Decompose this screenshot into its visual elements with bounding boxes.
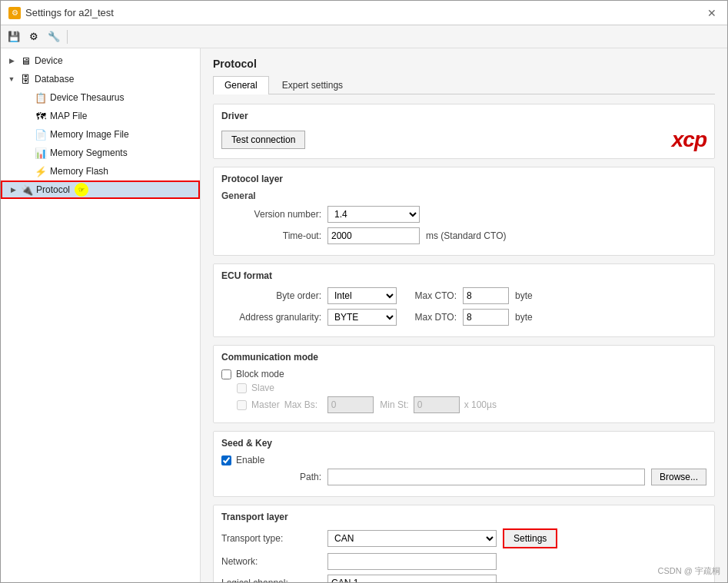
toolbar-tools-btn[interactable]: 🔧 (45, 28, 62, 45)
window-title: Settings for a2l_test (25, 7, 114, 18)
byte-order-select[interactable]: Intel Motorola (327, 287, 397, 304)
close-button[interactable]: ✕ (704, 5, 720, 21)
expand-arrow-device: ▶ (7, 56, 16, 65)
path-label: Path: (221, 472, 321, 482)
network-label: Network: (221, 556, 321, 567)
expand-arrow-protocol: ▶ (8, 185, 18, 194)
database-icon: 🗄 (19, 73, 32, 85)
timeout-row: Time-out: ms (Standard CTO) (221, 227, 706, 244)
max-dto-unit: byte (515, 312, 533, 323)
protocol-icon: 🔌 (21, 184, 33, 196)
slave-row: Slave (237, 383, 706, 393)
address-gran-row: Address granularity: BYTE WORD DWORD Max… (221, 309, 706, 326)
version-label: Version number: (221, 209, 321, 220)
sidebar-item-map-file[interactable]: 🗺 MAP File (1, 107, 200, 125)
seed-key-enable-label: Enable (236, 455, 264, 465)
protocol-general-sub-title: General (221, 190, 706, 201)
toolbar-save-btn[interactable]: 💾 (5, 28, 22, 45)
sidebar-item-device-thesaurus[interactable]: 📋 Device Thesaurus (1, 88, 200, 107)
enable-row: Enable (221, 455, 706, 465)
path-input[interactable] (327, 469, 645, 485)
version-select[interactable]: 1.4 1.3 1.2 1.1 1.0 (327, 206, 420, 223)
logical-channel-row: Logical channel: (221, 575, 706, 582)
xcp-c: c (683, 128, 694, 151)
max-cto-label: Max CTO: (403, 290, 457, 301)
network-input[interactable] (327, 553, 497, 570)
max-dto-input[interactable] (463, 309, 509, 326)
title-bar-left: ⚙ Settings for a2l_test (8, 7, 114, 19)
tab-expert-settings[interactable]: Expert settings (271, 76, 354, 94)
sidebar-item-memory-image-file[interactable]: 📄 Memory Image File (1, 125, 200, 144)
transport-settings-button[interactable]: Settings (503, 528, 557, 548)
ecu-format-section: ECU format Byte order: Intel Motorola Ma… (213, 263, 715, 337)
expand-arrow-map (22, 111, 32, 121)
master-row: Master Max Bs: Min St: x 100µs (237, 396, 706, 413)
expand-arrow-memflash (22, 167, 32, 176)
comm-mode-title: Communication mode (221, 352, 706, 363)
master-label: Master (251, 399, 280, 410)
test-connection-button[interactable]: Test connection (221, 131, 305, 149)
communication-mode-section: Communication mode Block mode Slave Mast… (213, 345, 715, 423)
sidebar-label-map-file: MAP File (50, 111, 87, 121)
memory-segments-icon: 📊 (35, 147, 47, 159)
driver-section-title: Driver (221, 111, 706, 121)
block-mode-checkbox[interactable] (221, 369, 231, 379)
device-icon: 🖥 (19, 55, 32, 67)
transport-type-select[interactable]: CAN USB ETH SXI (327, 530, 497, 547)
sidebar-label-device: Device (35, 55, 63, 66)
timeout-label: Time-out: (221, 230, 321, 241)
logical-channel-label: Logical channel: (221, 578, 321, 582)
sidebar-item-memory-segments[interactable]: 📊 Memory Segments (1, 144, 200, 162)
timeout-unit: ms (Standard CTO) (426, 230, 506, 241)
expand-arrow-memimg (22, 130, 32, 139)
sidebar-item-memory-flash[interactable]: ⚡ Memory Flash (1, 162, 200, 181)
ecu-format-title: ECU format (221, 270, 706, 281)
block-mode-label: Block mode (236, 369, 284, 379)
address-gran-label: Address granularity: (221, 312, 321, 323)
main-window: ⚙ Settings for a2l_test ✕ 💾 ⚙ 🔧 ▶ 🖥 Devi… (0, 0, 728, 583)
seed-key-section: Seed & Key Enable Path: Browse... (213, 431, 715, 497)
seed-key-title: Seed & Key (221, 438, 706, 449)
driver-section: Driver Test connection xcp (213, 104, 715, 159)
min-st-input[interactable] (414, 396, 460, 413)
max-cto-input[interactable] (463, 287, 509, 304)
expand-arrow-thesaurus (22, 93, 32, 102)
driver-row: Test connection xcp (221, 128, 706, 152)
path-row: Path: Browse... (221, 469, 706, 485)
seed-key-enable-checkbox[interactable] (221, 455, 231, 465)
logical-channel-input[interactable] (327, 575, 497, 582)
window-icon: ⚙ (8, 7, 21, 19)
sidebar-item-protocol[interactable]: ▶ 🔌 Protocol ☞ (1, 181, 200, 199)
main-content: ▶ 🖥 Device ▼ 🗄 Database 📋 Device Thesaur… (1, 48, 727, 582)
expand-arrow-database: ▼ (7, 75, 16, 84)
address-gran-select[interactable]: BYTE WORD DWORD (327, 309, 397, 326)
min-st-label: Min St: (378, 399, 409, 410)
sidebar: ▶ 🖥 Device ▼ 🗄 Database 📋 Device Thesaur… (1, 48, 201, 582)
network-row: Network: (221, 553, 706, 570)
slave-checkbox[interactable] (237, 383, 247, 393)
master-checkbox[interactable] (237, 400, 247, 410)
byte-order-row: Byte order: Intel Motorola Max CTO: byte (221, 287, 706, 304)
toolbar: 💾 ⚙ 🔧 (1, 25, 727, 48)
sidebar-label-memory-segments: Memory Segments (50, 147, 128, 158)
transport-layer-section: Transport layer Transport type: CAN USB … (213, 505, 715, 582)
right-panel: Protocol General Expert settings Driver … (201, 48, 727, 582)
sidebar-item-device[interactable]: ▶ 🖥 Device (1, 51, 200, 70)
slave-label: Slave (251, 383, 274, 393)
min-st-unit: x 100µs (464, 399, 497, 410)
sidebar-item-database[interactable]: ▼ 🗄 Database (1, 70, 200, 88)
toolbar-settings-btn[interactable]: ⚙ (25, 28, 42, 45)
browse-button[interactable]: Browse... (651, 469, 706, 485)
title-bar: ⚙ Settings for a2l_test ✕ (1, 1, 727, 25)
timeout-input[interactable] (327, 227, 420, 244)
max-bs-input[interactable] (327, 396, 374, 413)
version-row: Version number: 1.4 1.3 1.2 1.1 1.0 (221, 206, 706, 223)
tab-general[interactable]: General (213, 76, 269, 94)
transport-type-row: Transport type: CAN USB ETH SXI Settings (221, 528, 706, 548)
memory-flash-icon: ⚡ (35, 165, 47, 177)
sidebar-label-memory-image-file: Memory Image File (50, 129, 129, 140)
max-cto-unit: byte (515, 290, 533, 301)
max-bs-label: Max Bs: (284, 399, 323, 410)
protocol-layer-title: Protocol layer (221, 174, 706, 184)
expand-arrow-memseg (22, 148, 32, 157)
